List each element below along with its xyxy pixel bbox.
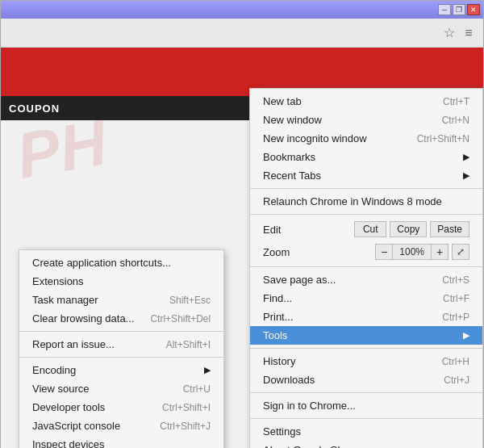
- separator-4: [250, 348, 482, 349]
- menu-item-about[interactable]: About Google Chrome: [250, 441, 482, 448]
- menu-item-tools[interactable]: Tools ▶: [250, 326, 482, 345]
- menu-item-save-page[interactable]: Save page as... Ctrl+S: [250, 270, 482, 289]
- submenu-item-report-issue[interactable]: Report an issue... Alt+Shift+I: [19, 335, 223, 354]
- title-bar: ─ ❐ ✕: [1, 1, 483, 19]
- main-context-menu: New tab Ctrl+T New window Ctrl+N New inc…: [249, 88, 483, 448]
- cut-button[interactable]: Cut: [354, 221, 386, 237]
- page-watermark: PH: [11, 105, 112, 194]
- menu-item-zoom: Zoom − 100% + ⤢: [250, 241, 482, 263]
- submenu-item-view-source[interactable]: View source Ctrl+U: [19, 379, 223, 398]
- zoom-fullscreen-button[interactable]: ⤢: [452, 244, 469, 260]
- menu-item-signin[interactable]: Sign in to Chrome...: [250, 396, 482, 415]
- menu-item-history[interactable]: History Ctrl+H: [250, 352, 482, 371]
- zoom-minus-button[interactable]: −: [375, 244, 393, 260]
- menu-item-new-window[interactable]: New window Ctrl+N: [250, 111, 482, 129]
- menu-item-new-incognito[interactable]: New incognito window Ctrl+Shift+N: [250, 129, 482, 148]
- menu-item-settings[interactable]: Settings: [250, 422, 482, 441]
- menu-item-downloads[interactable]: Downloads Ctrl+J: [250, 371, 482, 389]
- close-button[interactable]: ✕: [467, 4, 480, 15]
- copy-button[interactable]: Copy: [390, 221, 427, 237]
- submenu-separator-1: [19, 331, 223, 332]
- menu-item-relaunch[interactable]: Relaunch Chrome in Windows 8 mode: [250, 192, 482, 211]
- paste-button[interactable]: Paste: [430, 221, 469, 237]
- submenu-item-extensions[interactable]: Extensions: [19, 272, 223, 291]
- menu-item-recent-tabs[interactable]: Recent Tabs ▶: [250, 166, 482, 185]
- separator-6: [250, 418, 482, 419]
- restore-button[interactable]: ❐: [453, 4, 465, 15]
- submenu-item-developer-tools[interactable]: Developer tools Ctrl+Shift+I: [19, 398, 223, 417]
- submenu-item-clear-browsing[interactable]: Clear browsing data... Ctrl+Shift+Del: [19, 309, 223, 328]
- tools-submenu: Create application shortcuts... Extensio…: [19, 249, 224, 448]
- menu-item-print[interactable]: Print... Ctrl+P: [250, 308, 482, 326]
- menu-item-find[interactable]: Find... Ctrl+F: [250, 289, 482, 308]
- content-area: COUPON PH New tab Ctrl+T New window Ctrl…: [1, 48, 483, 448]
- submenu-item-js-console[interactable]: JavaScript console Ctrl+Shift+J: [19, 417, 223, 435]
- separator-3: [250, 266, 482, 267]
- submenu-item-task-manager[interactable]: Task manager Shift+Esc: [19, 291, 223, 309]
- separator-5: [250, 392, 482, 393]
- omnibar: ☆ ≡: [1, 19, 483, 48]
- separator-1: [250, 188, 482, 189]
- menu-item-new-tab[interactable]: New tab Ctrl+T: [250, 92, 482, 111]
- submenu-item-inspect-devices[interactable]: Inspect devices: [19, 435, 223, 448]
- submenu-item-encoding[interactable]: Encoding ▶: [19, 361, 223, 379]
- submenu-separator-2: [19, 357, 223, 358]
- browser-window: ─ ❐ ✕ ☆ ≡ COUPON PH New tab Ctrl+T New w…: [0, 0, 484, 448]
- menu-item-edit: Edit Cut Copy Paste: [250, 218, 482, 241]
- menu-item-bookmarks[interactable]: Bookmarks ▶: [250, 148, 482, 166]
- zoom-plus-button[interactable]: +: [431, 244, 449, 260]
- separator-2: [250, 214, 482, 215]
- menu-icon[interactable]: ≡: [459, 23, 478, 43]
- star-icon[interactable]: ☆: [440, 23, 459, 43]
- zoom-value: 100%: [393, 244, 431, 260]
- minimize-button[interactable]: ─: [438, 4, 451, 15]
- submenu-item-app-shortcuts[interactable]: Create application shortcuts...: [19, 253, 223, 272]
